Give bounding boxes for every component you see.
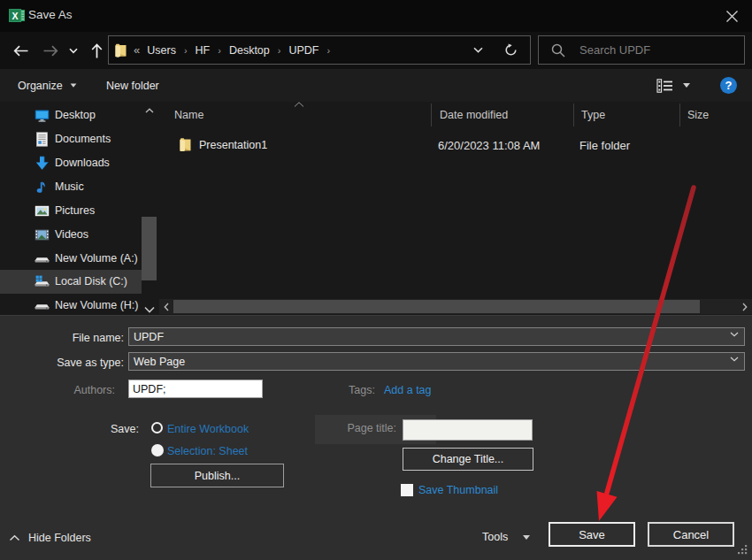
sidebar-item-downloads[interactable]: Downloads <box>0 151 142 174</box>
sidebar-item-documents[interactable]: Documents <box>0 127 142 150</box>
resize-grip[interactable] <box>736 543 748 556</box>
up-button[interactable] <box>82 35 111 65</box>
forward-button[interactable] <box>36 35 65 65</box>
scroll-right-button[interactable] <box>738 299 752 314</box>
help-icon: ? <box>725 79 733 92</box>
publish-button-label: Publish... <box>195 470 240 482</box>
sidebar-scroll-up-button[interactable] <box>142 104 157 117</box>
breadcrumb-updf[interactable]: UPDF <box>287 44 320 57</box>
forward-arrow-icon <box>43 45 58 57</box>
page-title-input[interactable] <box>403 419 533 441</box>
authors-input[interactable]: UPDF; <box>128 380 263 398</box>
save-thumbnail-checkbox[interactable] <box>401 484 413 496</box>
save-thumbnail-label[interactable]: Save Thumbnail <box>418 484 498 496</box>
back-button[interactable] <box>6 35 35 65</box>
column-header-size[interactable]: Size <box>687 104 709 127</box>
address-dropdown-button[interactable] <box>464 36 491 64</box>
radio-entire-workbook-label[interactable]: Entire Workbook <box>167 423 249 435</box>
save-as-type-value: Web Page <box>134 356 185 368</box>
column-separator[interactable] <box>431 104 432 127</box>
file-name: Presentation1 <box>199 139 267 151</box>
chevron-down-icon <box>473 47 483 53</box>
desktop-icon <box>35 108 50 123</box>
sidebar-item-videos[interactable]: Videos <box>0 223 142 246</box>
tags-label: Tags: <box>349 384 375 396</box>
folder-icon <box>180 137 191 152</box>
close-button[interactable] <box>718 4 745 28</box>
chevron-left-icon <box>164 303 169 311</box>
change-title-button-label: Change Title... <box>433 453 504 465</box>
cancel-button-label: Cancel <box>673 528 709 541</box>
chevron-up-icon <box>9 534 20 541</box>
sidebar-item-label: New Volume (A:) <box>55 252 138 265</box>
sidebar-item-new-volume-a[interactable]: New Volume (A:) <box>0 247 142 270</box>
address-bar[interactable]: « Users › HF › Desktop › UPDF › <box>108 35 531 65</box>
radio-selection-sheet-label[interactable]: Selection: Sheet <box>167 445 248 457</box>
sidebar-item-label: Music <box>55 180 84 193</box>
authors-label: Authors: <box>73 384 115 396</box>
column-separator[interactable] <box>679 104 680 127</box>
collapsed-path-glyph[interactable]: « <box>134 43 140 57</box>
column-header-type[interactable]: Type <box>581 104 605 127</box>
breadcrumb-hf[interactable]: HF <box>194 44 212 57</box>
radio-entire-workbook[interactable] <box>151 422 163 433</box>
column-separator[interactable] <box>573 104 574 127</box>
breadcrumb-separator: › <box>272 45 288 56</box>
sidebar-item-desktop[interactable]: Desktop <box>0 104 142 127</box>
sidebar-scroll-down-button[interactable] <box>142 303 157 316</box>
file-type: File folder <box>579 139 630 152</box>
file-row-presentation1[interactable]: Presentation1 6/20/2023 11:08 AM File fo… <box>159 134 752 158</box>
caret-down-icon <box>523 535 530 540</box>
up-arrow-icon <box>91 43 103 58</box>
file-name-combobox[interactable]: UPDF <box>128 327 745 346</box>
sidebar-item-label: Pictures <box>55 204 95 217</box>
horizontal-scrollbar-thumb[interactable] <box>173 300 700 313</box>
hide-folders-button[interactable]: Hide Folders <box>9 532 91 544</box>
organize-menu[interactable]: Organize <box>18 69 77 102</box>
new-folder-button[interactable]: New folder <box>106 69 159 102</box>
sidebar-item-pictures[interactable]: Pictures <box>0 199 142 222</box>
search-box[interactable]: Search UPDF <box>538 35 745 65</box>
music-icon <box>35 180 50 195</box>
view-mode-button[interactable] <box>656 69 690 102</box>
change-title-button[interactable]: Change Title... <box>403 448 533 471</box>
pictures-icon <box>35 203 50 219</box>
sidebar-item-music[interactable]: Music <box>0 175 142 198</box>
radio-selection-sheet[interactable] <box>151 444 164 456</box>
save-as-type-combobox[interactable]: Web Page <box>128 352 745 371</box>
add-a-tag-link[interactable]: Add a tag <box>384 384 432 396</box>
videos-icon <box>35 227 50 242</box>
chevron-down-icon <box>730 332 739 337</box>
column-header-date-modified[interactable]: Date modified <box>440 104 508 127</box>
sidebar-item-label: Documents <box>55 133 111 145</box>
breadcrumb-desktop[interactable]: Desktop <box>227 44 272 57</box>
navigation-bar: « Users › HF › Desktop › UPDF › <box>0 32 752 69</box>
save-form: File name: UPDF Save as type: Web Page A… <box>0 315 752 560</box>
back-arrow-icon <box>13 45 28 57</box>
downloads-icon <box>35 156 50 171</box>
breadcrumb-users[interactable]: Users <box>145 44 178 57</box>
save-button[interactable]: Save <box>549 522 635 547</box>
sidebar-item-local-disk-c[interactable]: Local Disk (C:) <box>0 270 142 294</box>
cancel-button[interactable]: Cancel <box>648 522 734 547</box>
sidebar-item-new-volume-h[interactable]: New Volume (H:) <box>0 294 142 317</box>
chevron-down-icon <box>730 357 739 362</box>
refresh-button[interactable] <box>497 36 524 64</box>
horizontal-scrollbar[interactable] <box>159 299 752 314</box>
authors-value: UPDF; <box>133 383 166 395</box>
title-bar: X Save As <box>0 0 752 32</box>
sidebar-item-label: Videos <box>55 228 88 241</box>
search-placeholder: Search UPDF <box>579 43 650 57</box>
refresh-icon <box>504 43 518 57</box>
drive-icon <box>35 298 50 313</box>
system-drive-icon <box>35 274 50 289</box>
column-header-name[interactable]: Name <box>174 104 203 127</box>
sidebar-scrollbar-thumb[interactable] <box>142 217 157 280</box>
scroll-left-button[interactable] <box>159 299 173 314</box>
drive-icon <box>35 251 50 266</box>
publish-button[interactable]: Publish... <box>150 464 284 487</box>
help-button[interactable]: ? <box>720 77 737 94</box>
hide-folders-label: Hide Folders <box>28 532 91 544</box>
tools-menu[interactable]: Tools <box>482 526 530 548</box>
chevron-down-icon <box>69 48 78 54</box>
